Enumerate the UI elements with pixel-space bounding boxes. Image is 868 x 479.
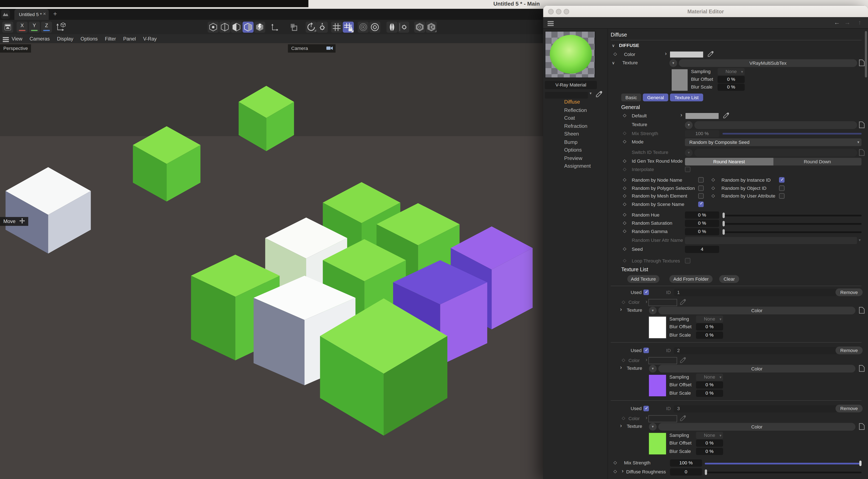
symmetry-icon[interactable] [386, 22, 398, 33]
texture-dropdown-icon[interactable]: ▾ [649, 423, 657, 430]
nav-refraction[interactable]: Refraction [564, 123, 587, 129]
eyedropper-icon[interactable] [707, 50, 714, 57]
new-tab-button[interactable]: + [53, 10, 57, 18]
material-search-field[interactable] [545, 92, 588, 99]
random-hue-field[interactable]: 0 % [685, 212, 719, 219]
file-browse-icon[interactable] [859, 365, 865, 372]
collapse-arrow-icon[interactable]: › [620, 306, 622, 312]
file-browse-icon[interactable] [859, 59, 865, 66]
symmetry-gear-icon[interactable] [398, 22, 409, 33]
menu-cameras[interactable]: Cameras [29, 36, 50, 41]
blur-scale-field[interactable]: 0 % [696, 390, 723, 397]
group-chevron-icon[interactable]: ∨ [612, 43, 615, 48]
entry-texture-slot[interactable]: Color [658, 365, 856, 373]
grid-snap-icon[interactable] [331, 22, 342, 33]
tab-basic[interactable]: Basic [621, 94, 641, 101]
blur-scale-field[interactable]: 0 % [696, 448, 723, 455]
blur-offset-field[interactable]: 0 % [696, 382, 723, 389]
mode-dropdown[interactable]: Random by Composite Seed▾ [685, 138, 862, 146]
id-field[interactable]: 1 [674, 289, 836, 296]
round-nearest-option[interactable]: Round Nearest [685, 158, 773, 166]
nav-coat[interactable]: Coat [564, 115, 575, 121]
sampling-dropdown[interactable]: None▾ [696, 432, 723, 439]
blur-scale-field[interactable]: 0 % [696, 331, 723, 339]
tab-texture-list[interactable]: Texture List [670, 94, 703, 101]
remove-button[interactable]: Remove [835, 288, 863, 296]
y-axis-button[interactable]: Y [29, 22, 40, 33]
mix-strength-slider[interactable] [705, 463, 862, 464]
entry-color-swatch[interactable] [648, 357, 677, 364]
forward-arrow-icon[interactable]: → [844, 19, 850, 26]
menu-view[interactable]: View [12, 36, 22, 41]
pick-material-icon[interactable] [595, 90, 603, 98]
viewport-menu-icon[interactable] [3, 37, 9, 38]
expand-arrow-icon[interactable]: › [665, 50, 666, 56]
random-gamma-slider[interactable] [723, 231, 862, 233]
diffuse-roughness-field[interactable]: 0 [670, 468, 702, 475]
z-axis-button[interactable]: Z [41, 22, 52, 33]
add-from-folder-button[interactable]: Add From Folder [670, 275, 713, 283]
blur-offset-field[interactable]: 0 % [696, 440, 723, 447]
editor-menu-icon[interactable] [548, 21, 554, 22]
expand-arrow-icon[interactable]: › [622, 468, 623, 474]
tab-close-icon[interactable]: × [43, 11, 46, 17]
entry-texture-thumbnail[interactable] [648, 432, 666, 455]
nav-assignment[interactable]: Assignment [564, 163, 591, 169]
texture-dropdown-icon[interactable]: ▾ [685, 121, 692, 129]
jump-tool-icon[interactable] [2, 22, 13, 33]
texture-thumbnail[interactable] [671, 69, 688, 92]
render-split-icon[interactable] [219, 22, 230, 33]
sampling-dropdown[interactable]: None▾ [696, 316, 723, 323]
random-node-name-checkbox[interactable] [698, 177, 704, 183]
camera-label[interactable]: Camera [288, 44, 336, 53]
remove-button[interactable]: Remove [835, 347, 863, 354]
menu-panel[interactable]: Panel [123, 36, 136, 41]
file-browse-icon[interactable] [859, 121, 865, 128]
mix-strength-bottom-field[interactable]: 100 % [670, 459, 702, 467]
render-half-icon[interactable] [231, 22, 242, 33]
id-field[interactable]: 2 [674, 347, 836, 354]
sampling-dropdown[interactable]: None▾ [696, 374, 723, 381]
eyedropper-icon[interactable] [723, 112, 730, 119]
round-down-option[interactable]: Round Down [773, 158, 862, 166]
workplane-icon[interactable] [288, 22, 299, 33]
interactive-render-icon[interactable] [254, 22, 265, 33]
minimize-window-icon[interactable] [556, 8, 562, 14]
render-view-icon[interactable] [208, 22, 219, 33]
nav-reflection[interactable]: Reflection [564, 107, 587, 113]
random-scene-name-checkbox[interactable] [698, 201, 704, 207]
viewport-canvas[interactable] [0, 43, 543, 479]
material-ball-icon[interactable] [414, 22, 425, 33]
texture-dropdown-icon[interactable]: ▾ [670, 59, 677, 67]
id-field[interactable]: 3 [674, 405, 836, 412]
entry-texture-thumbnail[interactable] [648, 316, 666, 339]
editor-titlebar[interactable]: Material Editor [543, 6, 868, 17]
blur-offset-field[interactable]: 0 % [696, 323, 723, 330]
random-user-attribute-checkbox[interactable] [779, 193, 785, 199]
random-hue-slider[interactable] [723, 215, 862, 216]
target-rings-icon[interactable] [358, 22, 369, 33]
used-checkbox[interactable] [643, 406, 649, 411]
material-preview[interactable] [545, 31, 595, 78]
random-mesh-element-checkbox[interactable] [698, 193, 704, 199]
remove-button[interactable]: Remove [835, 405, 863, 412]
diffuse-color-swatch[interactable] [670, 51, 704, 58]
sampling-dropdown[interactable]: None▾ [718, 68, 745, 75]
blur-scale-field[interactable]: 0 % [718, 84, 745, 91]
render-region-icon-active[interactable] [243, 22, 253, 33]
menu-options[interactable]: Options [81, 36, 97, 41]
used-checkbox[interactable] [643, 348, 649, 353]
nav-sheen[interactable]: Sheen [564, 131, 579, 137]
expand-arrow-icon[interactable]: › [680, 112, 682, 118]
general-texture-slot[interactable] [694, 121, 857, 129]
random-polygon-selection-checkbox[interactable] [698, 185, 704, 191]
texture-dropdown-icon[interactable]: ▾ [649, 365, 657, 373]
random-instance-id-checkbox[interactable] [779, 177, 785, 183]
timeline-reset-icon[interactable] [306, 22, 317, 33]
grid-lock-icon-active[interactable] [343, 22, 354, 33]
random-gamma-field[interactable]: 0 % [685, 228, 719, 235]
back-arrow-icon[interactable]: ← [834, 19, 840, 26]
random-saturation-field[interactable]: 0 % [685, 220, 719, 227]
entry-texture-thumbnail[interactable] [648, 374, 666, 397]
entry-texture-slot[interactable]: Color [658, 307, 856, 315]
